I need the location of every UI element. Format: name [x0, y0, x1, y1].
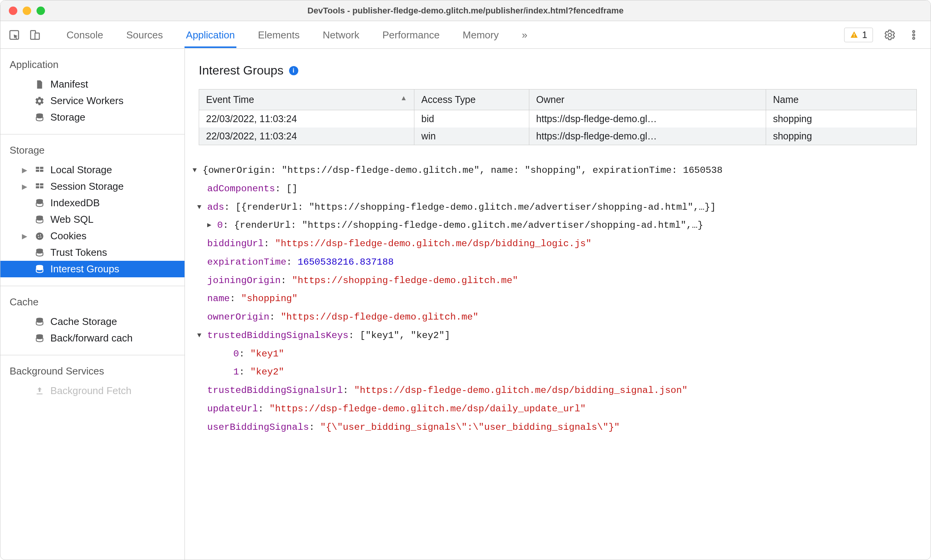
svg-rect-9 [36, 167, 39, 169]
prop-biddingurl[interactable]: biddingUrl: "https://dsp-fledge-demo.gli… [193, 235, 923, 253]
expand-icon[interactable]: ▶ [22, 182, 27, 191]
settings-icon[interactable] [883, 28, 897, 42]
prop-adcomponents[interactable]: adComponents: [] [193, 180, 923, 198]
more-tabs-button[interactable]: » [520, 22, 529, 48]
tab-memory[interactable]: Memory [461, 22, 500, 48]
prop-name[interactable]: name: "shopping" [193, 290, 923, 308]
sort-asc-icon: ▲ [400, 94, 407, 102]
sidebar-item-label: Cache Storage [50, 316, 117, 328]
tab-application[interactable]: Application [185, 22, 236, 48]
info-icon[interactable]: i [289, 66, 298, 75]
prop-ads-0[interactable]: ▶ 0: {renderUrl: "https://shopping-fledg… [193, 216, 923, 235]
device-toolbar-icon[interactable] [28, 28, 42, 42]
sidebar-item-label: Session Storage [50, 181, 124, 192]
prop-tbsk[interactable]: ▼ trustedBiddingSignalsKeys: ["key1", "k… [193, 326, 923, 345]
tab-console[interactable]: Console [65, 22, 105, 48]
database-icon [34, 247, 45, 258]
tab-performance[interactable]: Performance [381, 22, 441, 48]
panel-title: Interest Groups [199, 63, 284, 78]
cell: 22/03/2022, 11:03:24 [199, 110, 414, 128]
expand-icon[interactable]: ▶ [22, 232, 27, 240]
minimize-window-button[interactable] [23, 7, 31, 15]
grid-icon [34, 181, 45, 192]
sidebar-item-label: Cookies [50, 230, 86, 242]
sidebar-item-interest-groups[interactable]: Interest Groups [0, 261, 185, 277]
sidebar-section-bgservices: Background Services Background Fetch [0, 355, 185, 408]
svg-point-22 [38, 237, 39, 238]
sidebar-item-storage[interactable]: Storage [0, 109, 185, 126]
svg-point-20 [38, 235, 39, 236]
prop-tbsk-1[interactable]: 1: "key2" [193, 363, 923, 381]
sidebar-item-trust-tokens[interactable]: Trust Tokens [0, 244, 185, 261]
sidebar-item-label: Storage [50, 111, 85, 123]
sidebar-heading: Application [0, 54, 185, 76]
sidebar-heading: Storage [0, 140, 185, 162]
sidebar-item-local-storage[interactable]: ▶ Local Storage [0, 162, 185, 178]
sidebar-item-label: Manifest [50, 78, 88, 90]
sidebar-item-bfcache[interactable]: Back/forward cach [0, 330, 185, 346]
maximize-window-button[interactable] [37, 7, 45, 15]
tab-elements[interactable]: Elements [256, 22, 301, 48]
cell: 22/03/2022, 11:03:24 [199, 128, 414, 145]
svg-point-21 [40, 234, 41, 235]
sidebar-item-websql[interactable]: Web SQL [0, 211, 185, 228]
svg-point-7 [913, 37, 915, 39]
cell: https://dsp-fledge-demo.gl… [529, 110, 766, 128]
sidebar-item-cache-storage[interactable]: Cache Storage [0, 313, 185, 330]
table-row[interactable]: 22/03/2022, 11:03:24 win https://dsp-fle… [199, 128, 917, 145]
cell: win [414, 128, 529, 145]
prop-tbsu[interactable]: trustedBiddingSignalsUrl: "https://dsp-f… [193, 381, 923, 400]
prop-expirationtime[interactable]: expirationTime: 1650538216.837188 [193, 253, 923, 272]
traffic-lights [9, 7, 45, 15]
prop-userbiddingsignals[interactable]: userBiddingSignals: "{\"user_bidding_sig… [193, 418, 923, 437]
file-icon [34, 79, 45, 90]
svg-rect-14 [40, 183, 43, 185]
table-header-row: Event Time▲ Access Type Owner Name [199, 89, 917, 110]
sidebar-item-service-workers[interactable]: Service Workers [0, 93, 185, 109]
prop-ads[interactable]: ▼ ads: [{renderUrl: "https://shopping-fl… [193, 198, 923, 217]
sidebar-section-application: Application Manifest Service Workers Sto… [0, 49, 185, 134]
prop-joiningorigin[interactable]: joiningOrigin: "https://shopping-fledge-… [193, 272, 923, 290]
issues-badge[interactable]: 1 [844, 28, 873, 42]
sidebar-item-label: Trust Tokens [50, 247, 107, 258]
col-access-type[interactable]: Access Type [414, 89, 529, 110]
kebab-menu-icon[interactable] [907, 28, 921, 42]
collapse-icon[interactable]: ▼ [193, 161, 203, 180]
table-row[interactable]: 22/03/2022, 11:03:24 bid https://dsp-fle… [199, 110, 917, 128]
sidebar-item-bg-fetch[interactable]: Background Fetch [0, 383, 185, 399]
svg-rect-16 [40, 186, 43, 188]
cell: shopping [766, 128, 916, 145]
svg-point-5 [913, 30, 915, 32]
svg-rect-13 [36, 183, 39, 185]
col-owner[interactable]: Owner [529, 89, 766, 110]
sidebar-item-session-storage[interactable]: ▶ Session Storage [0, 178, 185, 195]
tab-network[interactable]: Network [321, 22, 361, 48]
expand-icon[interactable]: ▶ [22, 166, 27, 174]
sidebar-item-label: Local Storage [50, 164, 112, 176]
database-icon [34, 333, 45, 344]
object-root[interactable]: ▼ {ownerOrigin: "https://dsp-fledge-demo… [193, 161, 923, 180]
expand-icon[interactable]: ▶ [207, 216, 217, 235]
issues-count: 1 [862, 30, 867, 40]
inspect-tools [7, 28, 42, 42]
close-window-button[interactable] [9, 7, 17, 15]
prop-updateurl[interactable]: updateUrl: "https://dsp-fledge-demo.glit… [193, 400, 923, 418]
collapse-icon[interactable]: ▼ [197, 198, 207, 217]
svg-rect-2 [35, 33, 39, 39]
svg-rect-10 [40, 167, 43, 169]
sidebar-item-label: Background Fetch [50, 385, 131, 397]
col-name[interactable]: Name [766, 89, 916, 110]
inspect-element-icon[interactable] [7, 28, 21, 42]
sidebar-item-indexeddb[interactable]: IndexedDB [0, 195, 185, 211]
sidebar-item-manifest[interactable]: Manifest [0, 76, 185, 93]
prop-ownerorigin[interactable]: ownerOrigin: "https://dsp-fledge-demo.gl… [193, 308, 923, 326]
sidebar-item-label: Web SQL [50, 214, 93, 225]
sidebar-item-cookies[interactable]: ▶ Cookies [0, 228, 185, 244]
tab-sources[interactable]: Sources [125, 22, 164, 48]
svg-rect-11 [36, 169, 39, 171]
sidebar-heading: Background Services [0, 361, 185, 383]
window-title: DevTools - publisher-fledge-demo.glitch.… [0, 6, 931, 16]
col-event-time[interactable]: Event Time▲ [199, 89, 414, 110]
collapse-icon[interactable]: ▼ [197, 326, 207, 345]
prop-tbsk-0[interactable]: 0: "key1" [193, 345, 923, 363]
